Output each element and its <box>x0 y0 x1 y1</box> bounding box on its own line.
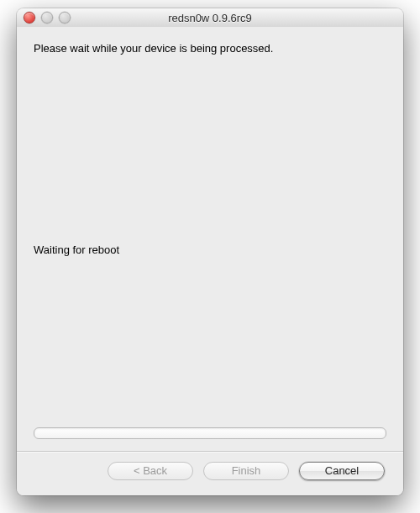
zoom-icon[interactable] <box>59 12 71 24</box>
window-title: redsn0w 0.9.6rc9 <box>17 12 403 24</box>
app-window: redsn0w 0.9.6rc9 Please wait while your … <box>17 8 403 495</box>
separator <box>17 451 403 452</box>
progress-bar <box>34 427 386 439</box>
traffic-lights <box>24 12 71 24</box>
button-row: < Back Finish Cancel <box>34 462 386 482</box>
minimize-icon[interactable] <box>41 12 53 24</box>
instruction-text: Please wait while your device is being p… <box>34 42 386 55</box>
finish-button: Finish <box>203 462 289 480</box>
titlebar[interactable]: redsn0w 0.9.6rc9 <box>17 8 403 28</box>
status-text: Waiting for reboot <box>34 243 386 256</box>
back-button: < Back <box>108 462 193 480</box>
cancel-button[interactable]: Cancel <box>299 462 385 480</box>
content-area: Please wait while your device is being p… <box>17 27 403 495</box>
close-icon[interactable] <box>24 12 35 24</box>
